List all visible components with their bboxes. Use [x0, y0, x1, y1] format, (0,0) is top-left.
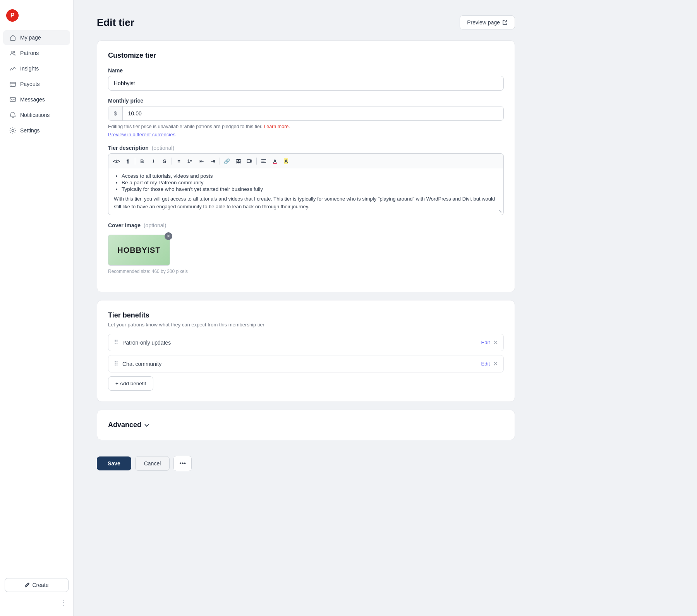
name-input[interactable] — [108, 76, 504, 91]
price-wrapper: $ — [108, 106, 504, 121]
cover-remove-button[interactable]: ✕ — [165, 232, 172, 240]
rte-bg-color-btn[interactable]: A — [281, 156, 291, 166]
description-field-group: Tier description (optional) </> ¶ B I S … — [108, 145, 504, 215]
benefits-subtitle: Let your patrons know what they can expe… — [108, 322, 504, 328]
description-optional: (optional) — [152, 145, 174, 151]
svg-point-1 — [14, 51, 15, 53]
description-body: With this tier, you will get access to a… — [114, 195, 498, 210]
benefit-remove-1[interactable]: ✕ — [493, 339, 498, 346]
cancel-button[interactable]: Cancel — [135, 456, 170, 471]
insights-icon — [9, 65, 16, 72]
benefit-label-1: Patron-only updates — [122, 340, 481, 346]
price-currency: $ — [108, 106, 123, 120]
gear-icon — [9, 127, 16, 134]
svg-rect-3 — [10, 98, 15, 102]
recommended-size: Recommended size: 460 by 200 pixels — [108, 269, 504, 274]
page-header: Edit tier Preview page — [97, 15, 515, 29]
description-label: Tier description (optional) — [108, 145, 504, 151]
rte-italic-btn[interactable]: I — [148, 156, 158, 166]
cover-image-text: HOBBYIST — [117, 246, 160, 255]
cover-image: HOBBYIST — [108, 235, 170, 266]
home-icon — [9, 34, 16, 41]
rte-strikethrough-btn[interactable]: S — [160, 156, 170, 166]
benefit-remove-2[interactable]: ✕ — [493, 360, 498, 367]
price-info: Editing this tier price is unavailable w… — [108, 124, 504, 129]
chevron-down-icon — [144, 422, 150, 428]
benefits-title: Tier benefits — [108, 311, 504, 319]
rte-text-color-btn[interactable]: A — [270, 156, 280, 166]
customize-tier-card: Customize tier Name Monthly price $ Edit… — [97, 40, 515, 292]
name-field-group: Name — [108, 67, 504, 91]
rte-image-btn[interactable]: 🖼 — [233, 156, 243, 166]
benefit-edit-2[interactable]: Edit — [481, 361, 490, 367]
preview-currencies-link[interactable]: Preview in different currencies — [108, 132, 175, 137]
logo: P — [0, 6, 73, 29]
benefit-item-1: ⠿ Patron-only updates Edit ✕ — [108, 334, 504, 351]
toolbar-divider-4 — [256, 158, 257, 165]
footer-actions: Save Cancel ••• — [97, 448, 515, 479]
svg-rect-2 — [10, 82, 15, 87]
sidebar-item-my-page[interactable]: My page — [3, 30, 70, 45]
rte-code-btn[interactable]: </> — [112, 156, 122, 166]
add-benefit-button[interactable]: + Add benefit — [108, 376, 153, 391]
price-input[interactable] — [123, 106, 503, 120]
rte-content[interactable]: Access to all tutorials, videos and post… — [108, 168, 504, 215]
tier-benefits-card: Tier benefits Let your patrons know what… — [97, 300, 515, 402]
description-bullet-1: Access to all tutorials, videos and post… — [122, 173, 498, 179]
cover-label: Cover Image (optional) — [108, 222, 504, 228]
add-benefit-label: + Add benefit — [115, 381, 146, 386]
bell-icon — [9, 112, 16, 118]
create-button[interactable]: Create — [5, 578, 69, 592]
drag-handle-1[interactable]: ⠿ — [114, 339, 118, 346]
rte-align-btn[interactable] — [259, 156, 269, 166]
sidebar-nav: My page Patrons Insights Payouts — [0, 29, 73, 575]
sidebar-item-patrons[interactable]: Patrons — [3, 46, 70, 60]
rte-bold-btn[interactable]: B — [137, 156, 147, 166]
sidebar-more[interactable]: ⋮ — [0, 595, 73, 610]
rte-video-btn[interactable] — [244, 156, 254, 166]
svg-text:1≡: 1≡ — [187, 159, 192, 163]
more-options-button[interactable]: ••• — [173, 456, 192, 471]
sidebar-item-insights[interactable]: Insights — [3, 61, 70, 76]
patrons-icon — [9, 50, 16, 57]
benefit-item-2: ⠿ Chat community Edit ✕ — [108, 355, 504, 372]
rte-indent-left-btn[interactable]: ⇤ — [196, 156, 206, 166]
sidebar: P My page Patrons Insights — [0, 0, 74, 616]
messages-icon — [9, 96, 16, 103]
svg-rect-6 — [247, 160, 251, 163]
cover-image-wrapper: HOBBYIST ✕ — [108, 235, 170, 266]
sidebar-label-messages: Messages — [20, 96, 45, 103]
sidebar-item-messages[interactable]: Messages — [3, 92, 70, 107]
benefit-edit-1[interactable]: Edit — [481, 340, 490, 345]
logo-icon: P — [6, 9, 19, 22]
benefit-label-2: Chat community — [122, 361, 481, 367]
sidebar-item-payouts[interactable]: Payouts — [3, 77, 70, 91]
rte-paragraph-btn[interactable]: ¶ — [123, 156, 133, 166]
rte-ordered-btn[interactable]: 1≡ — [185, 156, 195, 166]
rte-bullet-btn[interactable]: ≡ — [174, 156, 184, 166]
sidebar-label-payouts: Payouts — [20, 81, 40, 87]
preview-button-label: Preview page — [467, 19, 500, 26]
rte-indent-right-btn[interactable]: ⇥ — [208, 156, 218, 166]
create-button-container: Create — [5, 578, 69, 592]
sidebar-label-my-page: My page — [20, 34, 41, 41]
advanced-title: Advanced — [108, 421, 141, 429]
preview-page-button[interactable]: Preview page — [460, 15, 515, 29]
name-label: Name — [108, 67, 504, 74]
sidebar-label-notifications: Notifications — [20, 112, 50, 118]
sidebar-item-settings[interactable]: Settings — [3, 123, 70, 138]
sidebar-item-notifications[interactable]: Notifications — [3, 108, 70, 122]
advanced-card: Advanced — [97, 410, 515, 440]
sidebar-label-settings: Settings — [20, 127, 40, 134]
drag-handle-2[interactable]: ⠿ — [114, 360, 118, 367]
advanced-header[interactable]: Advanced — [108, 421, 504, 429]
save-button[interactable]: Save — [97, 456, 131, 470]
main-content: Edit tier Preview page Customize tier Na… — [74, 0, 538, 616]
toolbar-divider-3 — [220, 158, 220, 165]
toolbar-divider-2 — [172, 158, 172, 165]
resize-handle[interactable]: ⤡ — [499, 209, 502, 213]
svg-point-4 — [12, 129, 14, 131]
rte-link-btn[interactable]: 🔗 — [222, 156, 232, 166]
customize-tier-title: Customize tier — [108, 51, 504, 60]
learn-more-link[interactable]: Learn more. — [264, 124, 290, 129]
